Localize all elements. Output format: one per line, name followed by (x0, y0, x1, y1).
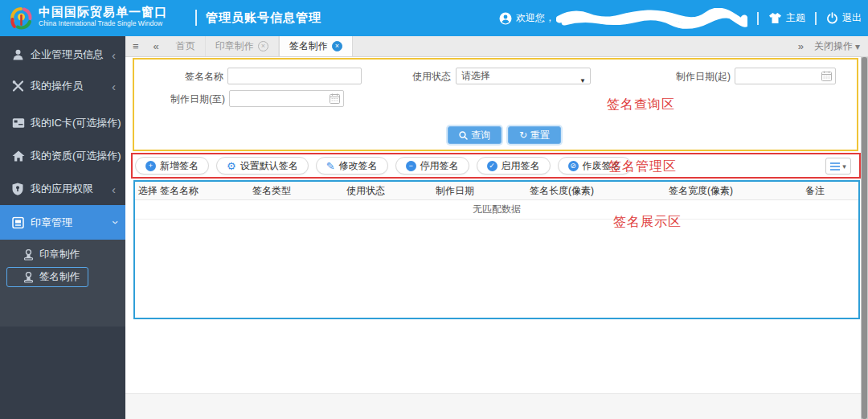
tab-seal-making[interactable]: 印章制作 × (206, 36, 279, 56)
shirt-icon (768, 12, 782, 24)
caret-down-icon: ▾ (842, 162, 846, 170)
chevron-left-icon: ‹ (112, 150, 116, 163)
header-right: 欢迎您， 主题 退出 (499, 0, 862, 36)
column-header-status: 使用状态 (343, 184, 432, 198)
close-operations-label: 关闭操作 (814, 39, 853, 53)
theme-button[interactable]: 主题 (768, 11, 805, 25)
column-header-remarks: 备注 (802, 184, 858, 198)
tab-bar-right: » 关闭操作 ▾ (791, 36, 868, 56)
table-empty-row: 无匹配数据 (135, 200, 858, 220)
caret-down-icon: ▾ (855, 41, 860, 52)
modify-signature-button[interactable]: ✎ 修改签名 (316, 157, 388, 175)
column-header-name: 签名名称 (157, 184, 249, 198)
submenu-item-label: 印章制作 (39, 248, 80, 261)
sidebar-item-enterprise-admin-info[interactable]: 企业管理员信息 ‹ (0, 39, 125, 71)
usage-status-value: 请选择 (461, 70, 490, 81)
signature-toolbar: + 新增签名 ⚙ 设置默认签名 ✎ 修改签名 − 停用签名 ✓ 启用签名 ⊘ 作… (135, 157, 632, 175)
select-caret-icon: ▼ (579, 73, 586, 88)
header-divider (195, 10, 197, 26)
tab-home[interactable]: 首页 (166, 36, 206, 56)
sidebar-item-seal-management[interactable]: 印章管理 ‹ (0, 205, 125, 240)
set-default-signature-button[interactable]: ⚙ 设置默认签名 (216, 157, 309, 175)
brand-block: 中国国际贸易单一窗口 China International Trade Sin… (39, 4, 167, 27)
disable-signature-button[interactable]: − 停用签名 (395, 157, 469, 175)
void-circle-icon: ⊘ (568, 161, 579, 171)
sidebar-item-label: 我的IC卡(可选操作) (31, 116, 121, 130)
admin-account-management-app: 中国国际贸易单一窗口 China International Trade Sin… (0, 0, 868, 419)
submenu-item-seal-making[interactable]: 印章制作 (6, 244, 88, 265)
check-circle-icon: ✓ (487, 161, 497, 171)
plus-circle-icon: + (145, 161, 156, 171)
button-label: 新增签名 (160, 159, 199, 173)
column-header-date: 制作日期 (432, 184, 526, 198)
manage-area-annotation: 签名管理区 (608, 158, 677, 175)
chevron-down-icon: ‹ (107, 220, 121, 224)
logout-label: 退出 (842, 11, 862, 25)
sidebar-item-my-ic-card[interactable]: 我的IC卡(可选操作) ‹ (0, 107, 125, 139)
sidebar-item-label: 印章管理 (31, 216, 72, 230)
ic-card-icon (12, 118, 25, 129)
power-icon (826, 12, 838, 24)
signature-name-label: 签名名称 (159, 68, 223, 84)
page-title: 管理员账号信息管理 (206, 10, 321, 26)
search-button-label: 查询 (471, 129, 490, 142)
stamp-icon (23, 272, 34, 283)
submenu-item-signature-making[interactable]: 签名制作 (6, 267, 88, 287)
column-settings-button[interactable]: ▾ (825, 158, 851, 175)
close-operations-dropdown[interactable]: 关闭操作 ▾ (811, 39, 868, 53)
sidebar-item-my-operators[interactable]: 我的操作员 ‹ (0, 70, 125, 102)
tab-bar: ≡ « 首页 印章制作 × 签名制作 × » 关闭操作 ▾ (125, 36, 868, 57)
button-label: 设置默认签名 (240, 159, 298, 173)
chevron-left-icon: ‹ (112, 183, 116, 196)
add-signature-button[interactable]: + 新增签名 (135, 157, 209, 175)
usage-status-label: 使用状态 (406, 68, 451, 84)
search-button[interactable]: 查询 (448, 126, 502, 144)
seal-management-submenu: 印章制作 签名制作 (0, 240, 125, 327)
tab-label: 印章制作 (215, 39, 254, 53)
sidebar-item-label: 企业管理员信息 (31, 47, 104, 62)
chevron-left-icon: ‹ (112, 80, 116, 93)
date-from-label: 制作日期(起) (661, 68, 731, 84)
tab-label: 签名制作 (289, 39, 328, 53)
table-header-row: 选择 签名名称 签名类型 使用状态 制作日期 签名长度(像素) 签名宽度(像素)… (135, 182, 858, 200)
column-header-select: 选择 (135, 184, 157, 198)
logout-button[interactable]: 退出 (826, 11, 862, 25)
sidebar-nav: 企业管理员信息 ‹ 我的操作员 ‹ 我的IC卡(可选操作) ‹ 我的资质(可选操… (0, 36, 125, 419)
brand-subtitle: China International Trade Single Window (39, 19, 167, 27)
signature-name-input[interactable] (227, 68, 362, 84)
calendar-icon[interactable] (821, 71, 832, 81)
tab-close-icon[interactable]: × (258, 41, 268, 51)
welcome-prefix: 欢迎您， (516, 11, 555, 25)
chevron-left-icon: ‹ (112, 117, 116, 130)
column-header-length: 签名长度(像素) (526, 184, 665, 198)
query-area-annotation: 签名查询区 (607, 97, 675, 113)
seal-icon (12, 216, 24, 228)
user-icon (12, 49, 24, 61)
reset-icon: ↻ (519, 129, 527, 141)
theme-label: 主题 (786, 11, 805, 25)
tab-signature-making[interactable]: 签名制作 × (279, 36, 353, 56)
column-header-width: 签名宽度(像素) (665, 184, 802, 198)
reset-button[interactable]: ↻ 重置 (508, 126, 561, 144)
no-data-text: 无匹配数据 (473, 203, 521, 216)
calendar-icon[interactable] (330, 93, 340, 104)
date-to-input[interactable] (229, 90, 344, 107)
sidebar-item-label: 我的操作员 (31, 79, 83, 93)
tab-label: 首页 (176, 39, 195, 53)
vertical-scrollbar[interactable] (861, 57, 868, 419)
header-divider (815, 12, 817, 25)
enable-signature-button[interactable]: ✓ 启用签名 (477, 157, 551, 175)
sidebar-item-my-app-permissions[interactable]: 我的应用权限 ‹ (0, 173, 125, 205)
tabs-scroll-left-icon[interactable]: « (146, 36, 166, 56)
single-window-logo-icon (8, 5, 35, 31)
sidebar-toggle-icon[interactable]: ≡ (125, 36, 146, 56)
sidebar-item-my-qualifications[interactable]: 我的资质(可选操作) ‹ (0, 140, 125, 172)
column-header-type: 签名类型 (249, 184, 343, 198)
scrollbar-thumb[interactable] (862, 57, 867, 419)
brand-title: 中国国际贸易单一窗口 (39, 4, 167, 19)
redaction-scribble (556, 8, 747, 29)
shield-icon (12, 183, 23, 195)
usage-status-select[interactable]: 请选择 ▼ (456, 68, 591, 84)
tabs-scroll-right-icon[interactable]: » (791, 40, 811, 52)
tab-close-icon[interactable]: × (332, 41, 342, 51)
